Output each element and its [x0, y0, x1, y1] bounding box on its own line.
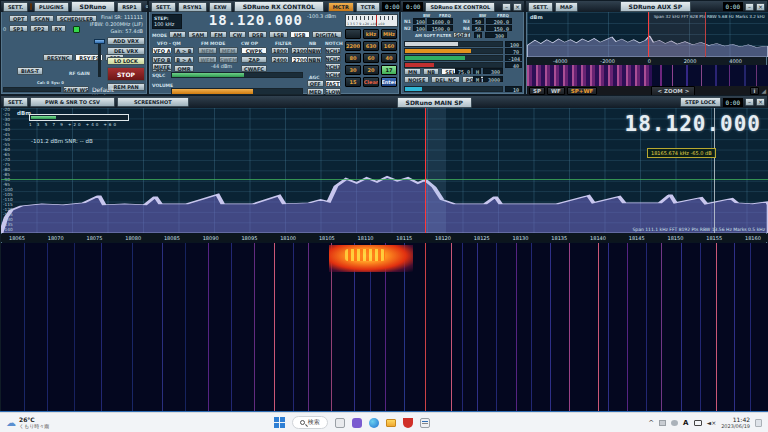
aux-close-icon[interactable]: ×: [756, 3, 765, 11]
aux-resize-grip[interactable]: ◢: [761, 87, 766, 94]
ex-slider[interactable]: [404, 48, 503, 54]
screenshot-button[interactable]: SCREENSHOT: [117, 97, 189, 107]
notch-bw-field[interactable]: 50: [472, 25, 484, 31]
rsyn1-button[interactable]: RSYN1: [178, 2, 207, 12]
btn-am[interactable]: AM: [169, 31, 186, 38]
band-enter-button[interactable]: Enter: [381, 77, 397, 87]
aux-zoom-control[interactable]: < ZOOM >: [651, 86, 695, 96]
btn-fast[interactable]: FAST: [325, 80, 342, 87]
btn-rx[interactable]: RX: [51, 25, 67, 32]
notch-freq-field[interactable]: 1600.0: [427, 18, 453, 24]
btn-nfm[interactable]: NFM: [198, 47, 217, 54]
btn-dsb[interactable]: DSB: [248, 31, 268, 38]
chat-app-icon[interactable]: [352, 418, 362, 428]
sp-minimize-icon[interactable]: –: [745, 98, 754, 106]
btn-nch1[interactable]: NCH1: [325, 47, 341, 54]
record-icon[interactable]: [30, 3, 32, 10]
ex-bottom-value[interactable]: 10: [505, 86, 522, 92]
band-630-button[interactable]: 630: [363, 41, 379, 51]
pwr-snr-csv-button[interactable]: PWR & SNR TO CSV: [30, 97, 115, 107]
btn-nbw[interactable]: NBW: [307, 47, 322, 54]
security-app-icon[interactable]: [403, 418, 413, 428]
running-app-icon[interactable]: [420, 418, 430, 428]
ex-minimize-icon[interactable]: –: [502, 3, 511, 11]
lo-lock-button[interactable]: LO LOCK: [107, 57, 145, 65]
aux-sp-button[interactable]: SP: [529, 87, 545, 95]
btn-zap[interactable]: ZAP: [241, 56, 267, 63]
taskview-icon[interactable]: [335, 418, 345, 428]
volume-icon[interactable]: ◄×: [707, 419, 717, 426]
aux-spwf-button[interactable]: SP+WF: [567, 87, 597, 95]
aux-spectrum[interactable]: dBm Span 32 kHz FFT 628 Pts RBW 5.68 Hz …: [527, 12, 768, 57]
rx-frequency-display[interactable]: 18.120.000: [185, 12, 303, 30]
btn-med[interactable]: MED: [307, 88, 324, 95]
band-2200-button[interactable]: 2200: [345, 41, 361, 51]
ex-bottom-slider[interactable]: [404, 86, 503, 92]
btn-off[interactable]: OFF: [307, 80, 324, 87]
ex-row2-val0[interactable]: M: [473, 76, 481, 82]
band-mhz-button[interactable]: MHz: [381, 29, 397, 39]
edge-browser-icon[interactable]: [369, 418, 379, 428]
band-clear-button[interactable]: Clear: [363, 77, 379, 87]
exw-button[interactable]: EXW: [209, 2, 232, 12]
btn-nbn[interactable]: NBN: [307, 56, 322, 63]
sp-settings-button[interactable]: SETT.: [3, 97, 28, 107]
btn-slow[interactable]: SLOW: [325, 88, 342, 95]
btn-2400[interactable]: 2400: [271, 56, 289, 63]
ex-row1-val1[interactable]: H: [473, 68, 481, 74]
band-160-button[interactable]: 160: [381, 41, 397, 51]
sqlc-slider[interactable]: [171, 72, 303, 78]
bias-t-button[interactable]: BIAS-T: [17, 67, 43, 75]
btn-a-b[interactable]: A > B: [174, 47, 194, 54]
btn-nb[interactable]: NB: [423, 68, 439, 75]
tctr-button[interactable]: TCTR: [356, 2, 380, 12]
soft-h-field[interactable]: H: [474, 32, 482, 38]
btn-b-a[interactable]: B > A: [174, 56, 194, 63]
del-vrx-button[interactable]: DEL VRX: [107, 47, 145, 55]
notch-bw-field[interactable]: 100: [413, 18, 425, 24]
tray-chevron-icon[interactable]: ^: [648, 419, 654, 427]
notch-freq-field[interactable]: 150.0: [486, 25, 512, 31]
notch-bw-field[interactable]: 100: [413, 25, 425, 31]
rf-gain-handle[interactable]: [94, 39, 105, 44]
sp-waterfall[interactable]: [1, 243, 768, 432]
step-value[interactable]: 100 kHz: [154, 21, 180, 27]
band-40-button[interactable]: 40: [381, 53, 397, 63]
btn-sp2[interactable]: SP2: [30, 25, 49, 32]
tray-app-icon-2[interactable]: [671, 420, 678, 426]
aux-minimize-icon[interactable]: –: [745, 3, 754, 11]
sp-frequency-display[interactable]: 18.120.000: [625, 112, 761, 136]
rx-settings-button[interactable]: SETT.: [151, 2, 176, 12]
btn-nch3[interactable]: NCH3: [325, 63, 341, 70]
aux-settings-button[interactable]: SETT.: [528, 2, 553, 12]
btn-nch4[interactable]: NCH4: [325, 71, 341, 78]
btn-vfo-a[interactable]: VFO A: [152, 47, 172, 54]
ex-row1-val0[interactable]: 75.0: [455, 68, 471, 74]
plugins-button[interactable]: PLUGINS: [34, 2, 68, 12]
sp-spectrum[interactable]: -20-25-30-35-40-45-50-55-60-65-70-75-80-…: [1, 108, 768, 233]
btn-fm[interactable]: FM: [210, 31, 226, 38]
btn-digital[interactable]: DIGITAL: [312, 31, 342, 38]
btn-del-nc[interactable]: DEL.NC: [431, 76, 460, 83]
ex-close-icon[interactable]: ×: [513, 3, 522, 11]
btn-scan[interactable]: SCAN: [30, 15, 53, 22]
notification-icon[interactable]: [755, 419, 762, 427]
band-17-button[interactable]: 17: [381, 65, 397, 75]
band-15-button[interactable]: 15: [345, 77, 361, 87]
mctr-button[interactable]: MCTR: [328, 2, 354, 12]
volume-slider[interactable]: [171, 88, 303, 95]
notch-bw-field[interactable]: 50: [472, 18, 484, 24]
add-vrx-button[interactable]: ADD VRX: [107, 37, 145, 45]
aux-waterfall[interactable]: [527, 65, 768, 86]
main-settings-button[interactable]: SETT.: [3, 2, 28, 12]
start-button[interactable]: [274, 417, 285, 428]
mute-button[interactable]: MUTE: [152, 63, 172, 70]
btn-mn[interactable]: MN: [404, 68, 421, 75]
step-box[interactable]: STEP: 100 kHz: [152, 14, 182, 29]
band-20-button[interactable]: 20: [363, 65, 379, 75]
filter-passband[interactable]: [426, 108, 446, 233]
step-lock-button[interactable]: STEP LOCK: [680, 97, 721, 107]
file-explorer-icon[interactable]: [386, 419, 396, 427]
weather-widget[interactable]: ☁ 26°C くもり時々雨: [0, 416, 55, 429]
btn-resync[interactable]: RESYNC: [43, 54, 73, 61]
